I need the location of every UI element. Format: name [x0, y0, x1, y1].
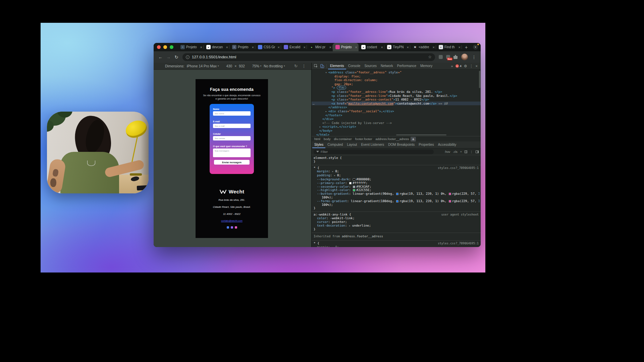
- css-declaration[interactable]: --primary-color: #ffffff;: [313, 181, 479, 185]
- browser-tab[interactable]: ●codant×: [359, 43, 384, 51]
- breadcrumb-item[interactable]: div.container: [332, 137, 354, 141]
- tab-search-button[interactable]: ▾: [473, 45, 478, 50]
- browser-tab[interactable]: ●devcan×: [204, 43, 229, 51]
- tab-close-icon[interactable]: ×: [304, 45, 306, 49]
- throttling-select[interactable]: No throttling ▾: [264, 64, 285, 68]
- inspect-element-icon[interactable]: [313, 64, 319, 68]
- tab-close-icon[interactable]: ×: [433, 45, 435, 49]
- color-swatch[interactable]: [353, 186, 355, 188]
- color-swatch[interactable]: [396, 193, 398, 195]
- hover-state-toggle[interactable]: :hov: [444, 150, 450, 154]
- stylesheet-link[interactable]: styles.css?_789064695:1: [438, 242, 479, 245]
- sidebar-tab[interactable]: Layout: [345, 141, 359, 148]
- new-tab-button[interactable]: +: [462, 45, 471, 50]
- devtools-menu-icon[interactable]: ⋮: [470, 64, 473, 68]
- stylesheet-link[interactable]: user agent stylesheet: [441, 213, 479, 217]
- tree-row[interactable]: flex-direction: column;: [312, 78, 481, 82]
- text-input[interactable]: Seu nome: [213, 111, 251, 116]
- tab-close-icon[interactable]: ×: [200, 45, 202, 49]
- devtools-tab-elements[interactable]: Elements: [328, 63, 346, 69]
- maximize-window-button[interactable]: [170, 45, 173, 49]
- text-input[interactable]: Seu celular: [213, 136, 251, 140]
- browser-tab[interactable]: ‹›Projeto×: [229, 43, 255, 51]
- zoom-select[interactable]: 75% ▾: [252, 64, 262, 68]
- breadcrumb-item[interactable]: html: [313, 137, 322, 141]
- css-declaration[interactable]: padding: ▸ 0;: [313, 174, 479, 178]
- expand-arrow-icon[interactable]: ▸: [332, 170, 335, 173]
- browser-tab[interactable]: Excalid×: [281, 43, 307, 51]
- browser-tab[interactable]: ‹›Projeto×: [178, 43, 204, 51]
- tree-row[interactable]: </html>: [312, 133, 481, 136]
- device-select[interactable]: iPhone 14 Pro Max ▾: [187, 64, 219, 68]
- error-count-badge[interactable]: × 4: [455, 64, 462, 68]
- browser-tab[interactable]: M<addre×: [410, 43, 436, 51]
- tree-row[interactable]: ">flex: [312, 86, 481, 90]
- css-declaration[interactable]: --secondary-color: #9CA3AF;: [313, 185, 479, 189]
- tree-row[interactable]: </body>: [312, 129, 481, 133]
- tab-close-icon[interactable]: ×: [226, 45, 228, 49]
- device-toggle-icon[interactable]: [319, 64, 325, 68]
- css-declaration[interactable]: text-decoration: ▸ underline;: [313, 224, 479, 228]
- minimize-window-button[interactable]: [163, 45, 167, 49]
- tree-row[interactable]: display: flex;: [312, 74, 481, 78]
- tab-close-icon[interactable]: ×: [278, 45, 280, 49]
- breadcrumb-item[interactable]: body: [322, 137, 332, 141]
- viewport-width-field[interactable]: 430: [226, 64, 232, 68]
- tree-row[interactable]: ▾<address class="footer__adress" style=": [312, 70, 481, 74]
- settings-gear-icon[interactable]: ⚙: [464, 64, 467, 68]
- expand-arrow-icon[interactable]: ▸: [334, 174, 337, 177]
- tab-close-icon[interactable]: ×: [459, 45, 461, 49]
- browser-tab[interactable]: ●Find th×: [436, 43, 462, 51]
- browser-tab[interactable]: ▸Mini pr×: [307, 43, 333, 51]
- more-tabs-icon[interactable]: »: [451, 64, 453, 68]
- tab-close-icon[interactable]: ×: [381, 45, 383, 49]
- device-toolbar-menu-icon[interactable]: ⋮: [300, 64, 308, 68]
- browser-tab[interactable]: CSS Gr×: [255, 43, 281, 51]
- text-input[interactable]: Seu e-mail: [213, 124, 251, 128]
- extension-icon-new[interactable]: New: [444, 55, 452, 59]
- class-toggle[interactable]: .cls: [453, 150, 458, 154]
- flex-badge[interactable]: flex: [337, 86, 346, 89]
- social-icon[interactable]: [227, 226, 229, 229]
- breadcrumb-item[interactable]: a: [411, 137, 416, 141]
- viewport-height-field[interactable]: 932: [239, 64, 245, 68]
- color-swatch[interactable]: [449, 193, 451, 195]
- extensions-puzzle-icon[interactable]: [452, 55, 459, 59]
- address-bar[interactable]: i 127.0.0.1:5501/index.html ☆: [182, 53, 435, 61]
- stylesheet-link[interactable]: styles.css?_789064695:1: [438, 166, 479, 170]
- breadcrumb-item[interactable]: footer.footer: [354, 137, 374, 141]
- tree-row[interactable]: </div>: [312, 117, 481, 121]
- forward-button[interactable]: →: [164, 55, 172, 60]
- sidebar-tab[interactable]: Styles: [312, 141, 325, 148]
- color-swatch[interactable]: [353, 189, 355, 191]
- sidebar-tab[interactable]: DOM Breakpoints: [386, 141, 417, 148]
- tab-close-icon[interactable]: ×: [407, 45, 409, 49]
- site-info-icon[interactable]: i: [186, 55, 190, 59]
- rotate-viewport-icon[interactable]: ↻: [294, 64, 298, 68]
- sidebar-tab[interactable]: Accessibility: [436, 141, 458, 148]
- tree-row[interactable]: <!-- Code injected by live-server -->: [312, 121, 481, 125]
- devtools-close-icon[interactable]: ×: [476, 64, 478, 68]
- styles-menu-icon[interactable]: ⋮: [470, 150, 473, 154]
- devtools-tab-network[interactable]: Network: [379, 63, 395, 69]
- tab-close-icon[interactable]: ×: [355, 45, 357, 49]
- breadcrumb-item[interactable]: address.footer__adress: [374, 137, 411, 141]
- css-declaration[interactable]: cursor: pointer;: [313, 220, 479, 224]
- social-icon[interactable]: [235, 226, 237, 229]
- tab-close-icon[interactable]: ×: [329, 45, 331, 49]
- bookmark-star-icon[interactable]: ☆: [428, 55, 432, 59]
- tree-row[interactable]: gap: 20px;: [312, 82, 481, 86]
- css-declaration[interactable]: --background-dark: #000000;: [313, 178, 479, 181]
- tree-row[interactable]: <p class="footer__adress-line">Cidade Re…: [312, 94, 481, 98]
- tree-row[interactable]: <p class="footer__adress-contact">11 400…: [312, 98, 481, 102]
- message-textarea[interactable]: Sua mensagem: [213, 148, 251, 157]
- devtools-tab-console[interactable]: Console: [346, 63, 363, 69]
- color-swatch[interactable]: [396, 200, 398, 202]
- element-link[interactable]: address.footer__adress: [342, 234, 383, 238]
- css-declaration[interactable]: --forms-gradient: linear-gradient(180deg…: [313, 199, 479, 207]
- tree-row[interactable]: …<a href="mailto:contato@wecht.com">cont…: [312, 102, 481, 106]
- submit-button[interactable]: Enviar mensagem: [214, 160, 250, 165]
- css-declaration[interactable]: --highlight-color: #22C55E;: [313, 188, 479, 192]
- grid-icon[interactable]: [465, 150, 467, 153]
- color-swatch[interactable]: [353, 178, 355, 181]
